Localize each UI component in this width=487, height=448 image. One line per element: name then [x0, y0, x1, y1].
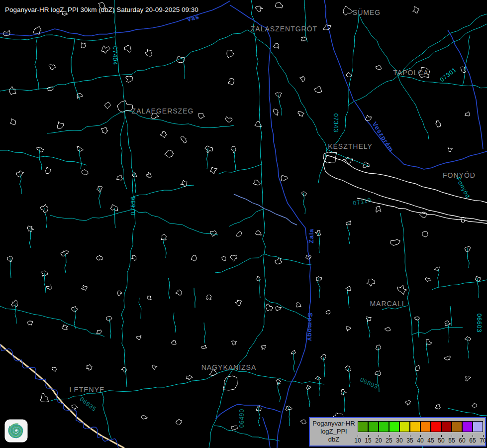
legend-tick-label: 40 — [415, 437, 426, 444]
legend-tick-label: 15 — [363, 437, 374, 444]
legend-swatch — [399, 421, 410, 432]
legend-text: Poganyvar-HR logZ_PPI dbZ — [311, 420, 357, 444]
legend-swatch — [368, 421, 379, 432]
legend-swatch — [452, 421, 462, 432]
legend-tick-label: 10 — [352, 437, 363, 444]
legend-swatch — [420, 421, 431, 432]
legend-swatch — [379, 421, 389, 432]
legend-tick-label: 25 — [384, 437, 394, 444]
legend-radar-name: Poganyvar-HR — [311, 420, 357, 428]
legend-tick-label: 20 — [373, 437, 384, 444]
legend-tick-label: 50 — [436, 437, 447, 444]
radar-title: Poganyvar-HR logZ_PPI 30km (dbZ) Saturda… — [5, 6, 198, 13]
legend-tick-label: 55 — [446, 437, 457, 444]
legend-swatch — [473, 421, 483, 432]
map-canvas — [0, 0, 487, 448]
legend-swatch — [358, 421, 368, 432]
legend: Poganyvar-HR logZ_PPI dbZ 10152025303540… — [309, 417, 486, 447]
legend-swatch — [462, 421, 473, 432]
legend-unit: dbZ — [311, 436, 357, 444]
legend-tick-label: 35 — [404, 437, 415, 444]
radar-map-screen: SÜMEGZALASZENTGRÓTTAPOLCAZALAEGERSZEGKES… — [0, 0, 487, 448]
legend-tick-label: 45 — [425, 437, 436, 444]
legend-tick-label: 30 — [394, 437, 405, 444]
legend-swatch — [410, 421, 420, 432]
legend-tick-label: 70 — [478, 437, 487, 444]
legend-product-name: logZ_PPI — [311, 428, 357, 436]
radar-spiral-logo — [4, 419, 28, 443]
legend-swatch — [441, 421, 452, 432]
legend-swatch — [431, 421, 441, 432]
legend-tick-label: 60 — [457, 437, 468, 444]
legend-swatch — [389, 421, 399, 432]
legend-tick-label: 65 — [467, 437, 478, 444]
